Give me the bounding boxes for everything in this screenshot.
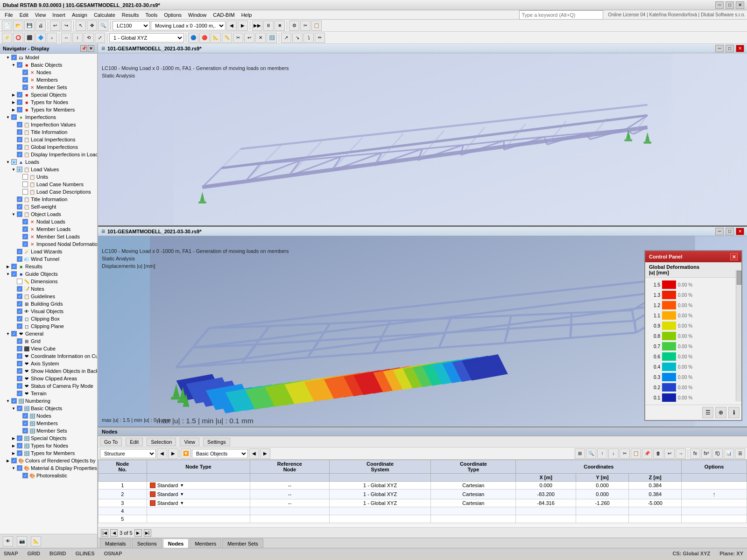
nav-local-imperf[interactable]: ✓ 📋 Local Imperfections: [0, 136, 97, 143]
move-btn[interactable]: ✥: [87, 21, 97, 31]
undo-btn[interactable]: ↩: [50, 21, 60, 31]
nav-gen-check[interactable]: ✓: [11, 331, 17, 336]
nav-num-special[interactable]: ▶ ✓ 🔢 Special Objects: [0, 434, 97, 442]
view-bottom-close[interactable]: ✕: [736, 228, 744, 235]
view-bottom-max[interactable]: □: [726, 228, 734, 235]
nav-camera-fly[interactable]: ✓ ❤ Status of Camera Fly Mode: [0, 382, 97, 390]
nav-ruler-btn[interactable]: 📐: [31, 536, 41, 546]
nav-nodal-loads[interactable]: ✓ ✕ Nodal Loads: [0, 218, 97, 225]
nav-load-values[interactable]: ▼ ▪ 📋 Load Values: [0, 166, 97, 173]
nav-lv-check[interactable]: ▪: [17, 167, 22, 172]
nav-wind-tunnel[interactable]: ✓ 💨 Wind Tunnel: [0, 255, 97, 263]
print-btn[interactable]: 🖨: [35, 21, 46, 31]
tab-member-sets[interactable]: Member Sets: [222, 539, 263, 548]
dt-b2[interactable]: ▶: [260, 448, 270, 459]
nav-num-basic[interactable]: ▼ ✓ 🔢 Basic Objects: [0, 405, 97, 412]
nav-types-members[interactable]: ▶ ✓ ■ Types for Members: [0, 106, 97, 113]
nav-guidelines[interactable]: ✓ 📋 Guidelines: [0, 293, 97, 300]
nav-special-objects[interactable]: ▶ ✓ ■ Special Objects: [0, 91, 97, 98]
dt-fx3[interactable]: f(): [712, 448, 723, 459]
nav-clipping-box[interactable]: ✓ ◻ Clipping Box: [0, 315, 97, 322]
dt-b8[interactable]: 📋: [631, 448, 641, 459]
nav-imperf-arrow[interactable]: ▼: [6, 115, 10, 119]
dt-next-btn[interactable]: ▶: [168, 448, 178, 459]
menu-window[interactable]: Window: [185, 11, 209, 19]
table-row[interactable]: 4: [99, 507, 747, 515]
nav-gen-arrow[interactable]: ▼: [6, 331, 10, 336]
nav-pin-btn[interactable]: 📌: [80, 45, 87, 52]
nav-cf-check[interactable]: ✓: [17, 383, 22, 389]
t2-b2[interactable]: ⭕: [13, 33, 23, 43]
t2-b1[interactable]: ⚡: [2, 33, 12, 43]
t2-b21[interactable]: ✏: [315, 33, 325, 43]
t2-b16[interactable]: ✕: [255, 33, 266, 43]
nav-go-check[interactable]: ✓: [11, 271, 17, 277]
dt-b11[interactable]: ↩: [664, 448, 675, 459]
t2-b6[interactable]: ↔: [61, 33, 71, 43]
window-controls[interactable]: ─ □ ✕: [715, 1, 744, 9]
nav-ml-check[interactable]: ✓: [22, 226, 28, 232]
nav-terrain[interactable]: ✓ ❤ Terrain: [0, 390, 97, 397]
nav-imperf-values-check[interactable]: ✓: [17, 122, 22, 127]
maximize-btn[interactable]: □: [726, 1, 734, 9]
t1-b4[interactable]: ⚙: [289, 21, 299, 31]
nav-wt-check[interactable]: ✓: [17, 256, 22, 262]
menu-tools[interactable]: Tools: [142, 11, 160, 19]
t2-b12[interactable]: 📐: [211, 33, 221, 43]
nav-types-members-check[interactable]: ✓: [17, 107, 22, 112]
nav-model-check[interactable]: ✓: [11, 55, 17, 60]
nav-types-nodes-arrow[interactable]: ▶: [11, 100, 16, 105]
nav-col-check[interactable]: ✓: [11, 458, 17, 463]
nav-lw-check[interactable]: ✓: [17, 249, 22, 254]
cp-info-btn[interactable]: ℹ: [728, 407, 740, 418]
nav-nl-check[interactable]: ✓: [22, 219, 28, 224]
nav-show-clipped[interactable]: ✓ ❤ Show Clipped Areas: [0, 375, 97, 382]
nav-model[interactable]: ▼ ✓ 🗂 Model: [0, 54, 97, 61]
page-first-btn[interactable]: |◀: [101, 529, 108, 537]
nav-general[interactable]: ▼ ✓ ❤ General: [0, 330, 97, 337]
menu-options[interactable]: Options: [161, 11, 184, 19]
t1-btn2[interactable]: ⏸: [263, 21, 274, 31]
nav-ol-arrow[interactable]: ▼: [11, 212, 16, 217]
select-btn[interactable]: ↖: [76, 21, 86, 31]
dt-b3[interactable]: ⊞: [575, 448, 585, 459]
status-snap[interactable]: SNAP: [4, 551, 18, 556]
menu-insert[interactable]: Insert: [49, 11, 68, 19]
view-top-min[interactable]: ─: [715, 45, 724, 52]
open-btn[interactable]: 📂: [13, 21, 23, 31]
nav-imposed[interactable]: ✓ ✕ Imposed Nodal Deformatio...: [0, 240, 97, 248]
t2-b5[interactable]: ⬦: [47, 33, 57, 43]
nav-member-sets[interactable]: ✓ ✕ Member Sets: [0, 84, 97, 91]
menu-view[interactable]: View: [32, 11, 49, 19]
nav-title-info-2[interactable]: ✓ 📋 Title Information: [0, 196, 97, 203]
tab-materials[interactable]: Materials: [100, 539, 131, 548]
nav-title-info-1[interactable]: ✓ 📋 Title Information: [0, 128, 97, 136]
nav-members[interactable]: ✓ ✕ Members: [0, 76, 97, 84]
basic-objects-dropdown[interactable]: Basic Objects: [192, 449, 248, 458]
t2-b7[interactable]: ↕: [72, 33, 83, 43]
dt-b10[interactable]: 🗑: [653, 448, 663, 459]
nav-results[interactable]: ▶ ✓ ■ Results: [0, 263, 97, 270]
menu-edit[interactable]: Edit: [17, 11, 31, 19]
nav-types-nodes-check[interactable]: ✓: [17, 99, 22, 105]
nav-coord-info[interactable]: ✓ ❤ Coordinate Information on Cur...: [0, 352, 97, 360]
redo-btn[interactable]: ↪: [61, 21, 71, 31]
dt-b7[interactable]: ✂: [620, 448, 630, 459]
nav-clipping-plane[interactable]: ✓ ◻ Clipping Plane: [0, 322, 97, 330]
cp-settings-btn[interactable]: ☰: [702, 407, 713, 418]
t1-btn1[interactable]: ▶▶: [252, 21, 262, 31]
tab-sections[interactable]: Sections: [132, 539, 162, 548]
t2-b8[interactable]: ⟲: [84, 33, 94, 43]
nav-as-check[interactable]: ✓: [17, 361, 22, 366]
nav-members-check[interactable]: ✓: [22, 77, 28, 83]
nav-notes-check[interactable]: ✓: [17, 286, 22, 292]
nav-loads[interactable]: ▼ ▪ ▲ Loads: [0, 158, 97, 166]
search-input[interactable]: [519, 10, 603, 20]
nav-cb-check[interactable]: ✓: [17, 316, 22, 322]
nav-types-members-arrow[interactable]: ▶: [11, 107, 16, 112]
nav-results-arrow[interactable]: ▶: [6, 264, 10, 269]
nav-num-nodes[interactable]: ✓ 🔢 Nodes: [0, 412, 97, 420]
table-row[interactable]: 1 Standard ▼ -- 1 - Global XYZ Cartesian…: [99, 482, 747, 490]
nav-special-arrow[interactable]: ▶: [11, 92, 16, 97]
nav-nms-check[interactable]: ✓: [22, 428, 28, 434]
